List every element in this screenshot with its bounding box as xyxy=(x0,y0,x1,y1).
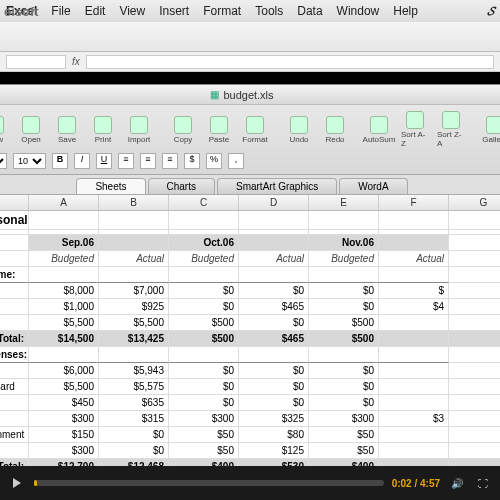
table-row[interactable]: m/Board$5,500$5,575$0$0$0 xyxy=(0,379,500,395)
print-button[interactable]: Print xyxy=(87,114,119,146)
underline-button[interactable]: U xyxy=(96,153,112,169)
bold-button[interactable]: B xyxy=(52,153,68,169)
menu-window[interactable]: Window xyxy=(337,4,380,18)
table-row[interactable]: Income: xyxy=(0,267,500,283)
menu-view[interactable]: View xyxy=(119,4,145,18)
time-display: 0:02 / 4:57 xyxy=(392,478,440,489)
menu-format[interactable]: Format xyxy=(203,4,241,18)
comma-button[interactable]: , xyxy=(228,153,244,169)
table-row[interactable]: d$300$315$300$325$300$3 xyxy=(0,411,500,427)
menu-tools[interactable]: Tools xyxy=(255,4,283,18)
percent-button[interactable]: % xyxy=(206,153,222,169)
tab-wordart[interactable]: WordA xyxy=(339,178,407,194)
table-row[interactable]: Total:$14,500$13,425$500$465$500 xyxy=(0,331,500,347)
table-row[interactable]: ents$5,500$5,500$500$0$500 xyxy=(0,315,500,331)
fullscreen-button[interactable]: ⛶ xyxy=(474,474,492,492)
spreadsheet-grid[interactable]: ABC DEFG Personal BudgetSep.06Oct.06Nov.… xyxy=(0,195,500,481)
autosum-button[interactable]: AutoSum xyxy=(363,114,395,146)
tab-sheets[interactable]: Sheets xyxy=(76,178,145,194)
table-row[interactable]: $1,000$925$0$465$0$4 xyxy=(0,299,500,315)
menu-file[interactable]: File xyxy=(51,4,70,18)
menu-data[interactable]: Data xyxy=(297,4,322,18)
font-select[interactable]: a xyxy=(0,153,7,169)
ribbon-tabs: Sheets Charts SmartArt Graphics WordA xyxy=(0,175,500,195)
open-button[interactable]: Open xyxy=(15,114,47,146)
sort-az-button[interactable]: Sort A-Z xyxy=(399,109,431,150)
table-row[interactable]: Sep.06Oct.06Nov.06 xyxy=(0,235,500,251)
paste-button[interactable]: Paste xyxy=(203,114,235,146)
table-row[interactable]: BudgetedActualBudgetedActualBudgetedActu… xyxy=(0,251,500,267)
align-left-button[interactable]: ≡ xyxy=(118,153,134,169)
copy-button[interactable]: Copy xyxy=(167,114,199,146)
align-right-button[interactable]: ≡ xyxy=(162,153,178,169)
size-select[interactable]: 10 xyxy=(13,153,46,169)
undo-button[interactable]: Undo xyxy=(283,114,315,146)
name-box[interactable] xyxy=(6,55,66,69)
table-row[interactable]: hes$300$0$50$125$50 xyxy=(0,443,500,459)
document-title: budget.xls xyxy=(223,89,273,101)
formula-input[interactable] xyxy=(86,55,494,69)
italic-button[interactable]: I xyxy=(74,153,90,169)
new-button[interactable]: New xyxy=(0,114,11,146)
table-row[interactable]: Personal Budget xyxy=(0,211,500,230)
system-menubar: Excel File Edit View Insert Format Tools… xyxy=(0,0,500,22)
column-headers[interactable]: ABC DEFG xyxy=(0,195,500,211)
currency-button[interactable]: $ xyxy=(184,153,200,169)
fx-label: fx xyxy=(72,56,80,67)
table-row[interactable]: Expenses: xyxy=(0,347,500,363)
progress-bar[interactable] xyxy=(34,480,384,486)
volume-button[interactable]: 🔊 xyxy=(448,474,466,492)
play-icon xyxy=(13,478,21,488)
table-row[interactable]: ertainment$150$0$50$80$50 xyxy=(0,427,500,443)
menu-edit[interactable]: Edit xyxy=(85,4,106,18)
sort-za-button[interactable]: Sort Z-A xyxy=(435,109,467,150)
video-controls: 0:02 / 4:57 🔊 ⛶ xyxy=(0,466,500,500)
script-menu-icon[interactable]: 𝓢 xyxy=(487,4,494,18)
table-row[interactable]: on$6,000$5,943$0$0$0 xyxy=(0,363,500,379)
menu-help[interactable]: Help xyxy=(393,4,418,18)
document-window: ▦ budget.xls New Open Save Print Import … xyxy=(0,84,500,482)
watermark: eisoft xyxy=(4,4,39,19)
tab-charts[interactable]: Charts xyxy=(148,178,215,194)
table-row[interactable]: ks$450$635$0$0$0 xyxy=(0,395,500,411)
table-row[interactable]: n$8,000$7,000$0$0$0$ xyxy=(0,283,500,299)
workbook-toolbar xyxy=(0,22,500,52)
save-button[interactable]: Save xyxy=(51,114,83,146)
play-button[interactable] xyxy=(8,474,26,492)
tab-smartart[interactable]: SmartArt Graphics xyxy=(217,178,337,194)
format-button[interactable]: Format xyxy=(239,114,271,146)
redo-button[interactable]: Redo xyxy=(319,114,351,146)
import-button[interactable]: Import xyxy=(123,114,155,146)
align-center-button[interactable]: ≡ xyxy=(140,153,156,169)
formula-bar: fx xyxy=(0,52,500,72)
excel-doc-icon: ▦ xyxy=(210,89,219,100)
ribbon-toolbar: New Open Save Print Import Copy Paste Fo… xyxy=(0,105,500,175)
gallery-button[interactable]: Gallery xyxy=(479,114,500,146)
menu-insert[interactable]: Insert xyxy=(159,4,189,18)
window-titlebar[interactable]: ▦ budget.xls xyxy=(0,85,500,105)
